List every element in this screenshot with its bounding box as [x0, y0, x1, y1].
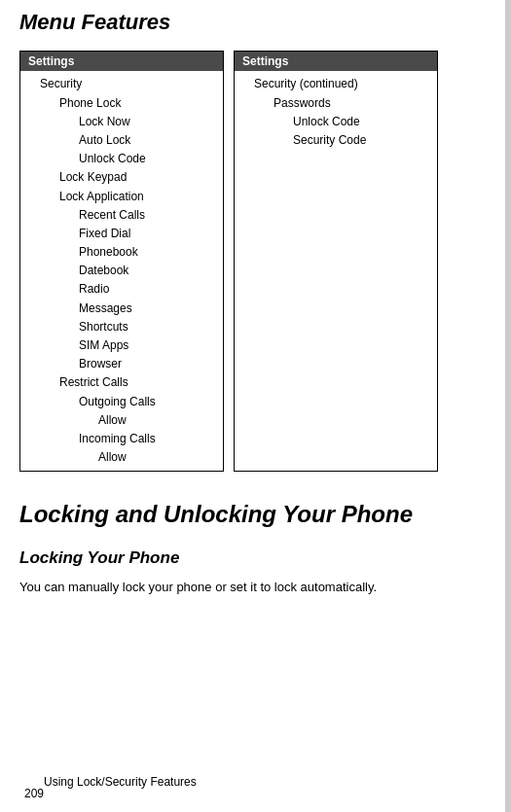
right-menu-item: Security Code	[235, 131, 437, 150]
left-menu-item: Auto Lock	[20, 131, 223, 150]
left-menu-item: Messages	[20, 300, 223, 318]
left-menu-item: Unlock Code	[20, 150, 223, 168]
right-menu-item: Unlock Code	[235, 113, 437, 131]
left-menu-item: Lock Application	[20, 188, 223, 206]
left-menu-item: Phone Lock	[20, 94, 223, 113]
left-menu-item: Recent Calls	[20, 206, 223, 225]
right-scrollbar[interactable]	[505, 0, 511, 812]
left-menu-item: Phonebook	[20, 243, 223, 262]
right-table-header: Settings	[235, 52, 437, 71]
right-settings-table: Settings Security (continued)PasswordsUn…	[234, 51, 438, 472]
left-menu-item: Shortcuts	[20, 318, 223, 336]
left-menu-item: Fixed Dial	[20, 225, 223, 243]
left-menu-item: Datebook	[20, 262, 223, 280]
tables-row: Settings SecurityPhone LockLock NowAuto …	[19, 51, 492, 472]
left-menu-item: Allow	[20, 411, 223, 430]
left-menu-item: Lock Keypad	[20, 168, 223, 187]
footer-right: 209	[24, 787, 44, 800]
left-menu-item: Radio	[20, 280, 223, 299]
left-menu-item: Incoming Calls	[20, 430, 223, 448]
body-text: You can manually lock your phone or set …	[19, 578, 492, 597]
left-menu-item: SIM Apps	[20, 336, 223, 355]
main-heading: Locking and Unlocking Your Phone	[19, 501, 492, 529]
left-table-body: SecurityPhone LockLock NowAuto LockUnloc…	[20, 71, 223, 471]
left-menu-item: Lock Now	[20, 113, 223, 131]
left-menu-item: Allow	[20, 448, 223, 467]
page-footer: Using Lock/Security Features209	[24, 787, 492, 800]
left-table-header: Settings	[20, 52, 223, 71]
right-table-body: Security (continued)PasswordsUnlock Code…	[235, 71, 437, 154]
left-menu-item: Restrict Calls	[20, 373, 223, 392]
sub-heading: Locking Your Phone	[19, 548, 492, 568]
right-menu-item: Passwords	[235, 94, 437, 113]
left-menu-item: Security	[20, 75, 223, 93]
page-container: Menu Features Settings SecurityPhone Loc…	[0, 0, 511, 812]
right-table-subheader: Security (continued)	[235, 75, 437, 93]
footer-left: Using Lock/Security Features	[44, 775, 197, 789]
left-settings-table: Settings SecurityPhone LockLock NowAuto …	[19, 51, 224, 472]
section-title: Menu Features	[19, 10, 492, 35]
left-menu-item: Outgoing Calls	[20, 393, 223, 411]
left-menu-item: Browser	[20, 355, 223, 373]
